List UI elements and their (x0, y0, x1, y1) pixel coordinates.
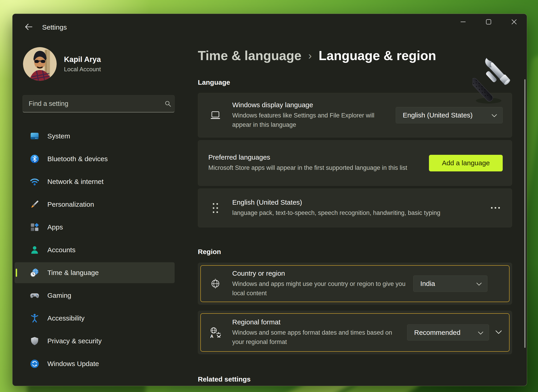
sidebar-item-system[interactable]: System (14, 126, 175, 147)
sidebar-item-privacy-security[interactable]: Privacy & security (14, 331, 175, 351)
wifi-icon (30, 177, 40, 187)
avatar (23, 47, 57, 81)
svg-text:A: A (210, 333, 213, 338)
country-dropdown[interactable]: India (413, 275, 487, 292)
drag-handle-icon[interactable] (209, 203, 222, 213)
setting-description: Windows and apps might use your country … (232, 279, 406, 298)
sidebar-item-label: Time & language (47, 269, 99, 277)
sidebar-item-bluetooth-devices[interactable]: Bluetooth & devices (14, 148, 175, 169)
sidebar-item-accessibility[interactable]: Accessibility (14, 308, 175, 329)
language-section-heading: Language (198, 79, 230, 86)
preferred-languages-card: Preferred languages Microsoft Store apps… (198, 140, 512, 186)
installed-language-row: English (United States) language pack, t… (198, 188, 512, 227)
selected-accent-bar (16, 269, 17, 277)
language-features: language pack, text-to-speech, speech re… (232, 208, 471, 218)
region-section-heading: Region (198, 248, 221, 256)
sidebar-item-label: Network & internet (47, 178, 104, 186)
sidebar-item-label: Accessibility (47, 314, 84, 322)
sidebar-item-network-internet[interactable]: Network & internet (14, 171, 175, 192)
sidebar-item-personalization[interactable]: Personalization (14, 194, 175, 215)
search-icon (162, 100, 174, 107)
more-options-button[interactable] (488, 203, 503, 213)
sidebar-item-label: Personalization (47, 201, 94, 208)
expand-card-button[interactable] (495, 328, 503, 338)
chevron-down-icon (478, 329, 483, 336)
setting-description: Windows features like Settings and File … (232, 111, 389, 130)
search-box[interactable] (23, 95, 175, 112)
setting-description: Microsoft Store apps will appear in the … (208, 163, 422, 173)
setting-title: Windows display language (232, 101, 389, 109)
user-profile[interactable]: Kapil Arya Local Account (23, 47, 101, 81)
sidebar-item-windows-update[interactable]: Windows Update (14, 353, 175, 374)
chevron-down-icon (491, 111, 497, 119)
setting-description: Windows and some apps format dates and t… (232, 328, 400, 347)
main-content: Time & language › Language & region Lang… (198, 14, 512, 386)
display-language-dropdown[interactable]: English (United States) (396, 107, 503, 123)
accessibility-person-icon (30, 313, 40, 323)
settings-window: Settings (12, 14, 527, 386)
account-type: Local Account (64, 66, 101, 73)
dropdown-value: India (420, 280, 435, 288)
regional-format-dropdown[interactable]: Recommended (407, 324, 489, 341)
globe-icon (209, 278, 222, 289)
dropdown-value: English (United States) (403, 111, 473, 119)
page-title: Language & region (318, 48, 436, 63)
sidebar-item-apps[interactable]: Apps (14, 217, 175, 238)
related-settings-heading: Related settings (198, 375, 251, 383)
window-title: Settings (42, 23, 67, 31)
person-icon (30, 245, 40, 255)
regional-format-icon: A (209, 327, 222, 339)
language-name: English (United States) (232, 199, 481, 206)
system-icon (30, 131, 40, 141)
dropdown-value: Recommended (414, 329, 460, 336)
sidebar-item-accounts[interactable]: Accounts (14, 239, 175, 260)
sidebar-item-label: Privacy & security (47, 337, 102, 345)
breadcrumb: Time & language › Language & region (198, 48, 436, 63)
clock-globe-icon (30, 268, 40, 278)
setting-title: Regional format (232, 318, 400, 326)
setting-title: Country or region (232, 270, 406, 277)
sidebar-item-label: System (47, 132, 70, 140)
add-language-button[interactable]: Add a language (429, 155, 503, 171)
breadcrumb-parent[interactable]: Time & language (198, 48, 301, 63)
chevron-down-icon (495, 330, 502, 335)
regional-format-card: A Regional format Windows and some apps … (198, 311, 512, 354)
update-arrows-icon (30, 359, 40, 369)
back-button[interactable] (22, 21, 35, 33)
search-input[interactable] (23, 100, 162, 107)
bluetooth-icon (30, 154, 40, 164)
apps-grid-icon (30, 222, 40, 232)
scrollbar[interactable] (524, 79, 525, 348)
paintbrush-icon (30, 199, 40, 210)
chevron-down-icon (476, 280, 482, 288)
sidebar-item-gaming[interactable]: Gaming (14, 285, 175, 306)
sidebar-item-label: Windows Update (47, 360, 99, 368)
country-or-region-card: Country or region Windows and apps might… (198, 263, 512, 305)
game-controller-icon (30, 290, 40, 300)
back-arrow-icon (24, 22, 33, 32)
sidebar-nav: System Bluetooth & devices Network & int… (14, 126, 175, 376)
ellipsis-icon (490, 206, 501, 210)
setting-title: Preferred languages (208, 154, 422, 161)
windows-display-language-card: Windows display language Windows feature… (198, 93, 512, 137)
sidebar-item-label: Apps (47, 223, 63, 231)
user-name: Kapil Arya (64, 55, 101, 64)
sidebar-item-label: Gaming (47, 292, 71, 299)
sidebar-item-time-language[interactable]: Time & language (14, 262, 175, 283)
sidebar-item-label: Accounts (47, 246, 75, 254)
sidebar-item-label: Bluetooth & devices (47, 155, 108, 163)
shield-icon (30, 336, 40, 346)
breadcrumb-separator-icon: › (308, 49, 312, 62)
display-language-icon (209, 109, 222, 121)
